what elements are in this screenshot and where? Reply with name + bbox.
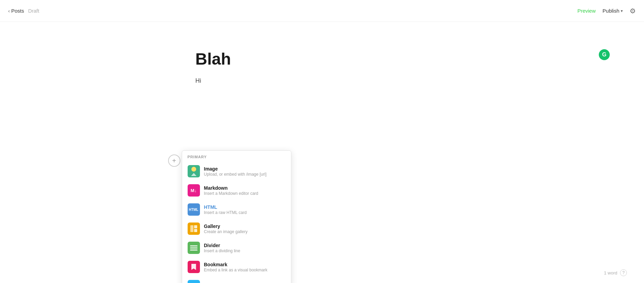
word-count-label: 1 word	[604, 270, 617, 275]
editor-content: Blah Hi + PRIMARY Imag	[195, 49, 449, 283]
header: ‹ Posts Draft Preview Publish ▾ ⚙	[0, 0, 644, 22]
markdown-icon: M↓	[188, 184, 200, 197]
email-icon	[188, 280, 200, 283]
back-link[interactable]: ‹ Posts	[8, 8, 24, 14]
menu-item-email[interactable]: Email content	[182, 277, 291, 283]
divider-desc: Insert a dividing line	[204, 248, 240, 253]
bookmark-title: Bookmark	[204, 262, 267, 267]
bookmark-desc: Embed a link as a visual bookmark	[204, 268, 267, 272]
menu-item-divider[interactable]: Divider Insert a dividing line	[182, 238, 291, 257]
block-picker-scroll[interactable]: PRIMARY Image Upload, or embed with /ima…	[182, 151, 291, 283]
editor-area: Blah Hi + PRIMARY Imag	[0, 22, 644, 283]
post-body[interactable]: Hi	[195, 77, 449, 84]
grammarly-badge[interactable]: G	[599, 49, 610, 60]
divider-icon	[188, 242, 200, 254]
mountain-shape	[191, 173, 197, 176]
divider-title: Divider	[204, 243, 240, 248]
publish-button[interactable]: Publish ▾	[603, 8, 623, 14]
back-arrow-icon: ‹	[8, 8, 10, 14]
block-picker-menu: PRIMARY Image Upload, or embed with /ima…	[182, 150, 291, 283]
word-count: 1 word ?	[604, 269, 627, 276]
image-title: Image	[204, 166, 267, 172]
menu-item-gallery[interactable]: Gallery Create an image gallery	[182, 219, 291, 238]
back-label: Posts	[11, 8, 24, 14]
header-left: ‹ Posts Draft	[8, 8, 39, 14]
gallery-title: Gallery	[204, 224, 248, 229]
menu-item-bookmark[interactable]: Bookmark Embed a link as a visual bookma…	[182, 257, 291, 277]
bookmark-icon	[188, 261, 200, 273]
menu-item-image[interactable]: Image Upload, or embed with /image [url]	[182, 162, 291, 181]
html-desc: Insert a raw HTML card	[204, 210, 247, 215]
markdown-desc: Insert a Markdown editor card	[204, 191, 258, 196]
gallery-icon	[188, 223, 200, 235]
sun-shape	[191, 167, 196, 172]
image-desc: Upload, or embed with /image [url]	[204, 172, 267, 177]
preview-button[interactable]: Preview	[577, 8, 595, 14]
plus-icon: +	[172, 157, 176, 165]
html-title: HTML	[204, 204, 247, 210]
settings-icon: ⚙	[630, 7, 636, 15]
post-title[interactable]: Blah	[195, 49, 449, 69]
gallery-desc: Create an image gallery	[204, 229, 248, 234]
markdown-title: Markdown	[204, 185, 258, 191]
settings-button[interactable]: ⚙	[630, 7, 636, 15]
header-right: Preview Publish ▾ ⚙	[577, 7, 636, 15]
image-icon	[188, 165, 200, 177]
publish-chevron-icon: ▾	[621, 9, 623, 13]
section-primary-label: PRIMARY	[182, 151, 291, 162]
menu-item-markdown[interactable]: M↓ Markdown Insert a Markdown editor car…	[182, 181, 291, 200]
add-block-button[interactable]: +	[168, 154, 180, 167]
html-icon: HTML	[188, 203, 200, 216]
publish-label: Publish	[603, 8, 619, 14]
help-button[interactable]: ?	[620, 269, 627, 276]
draft-status: Draft	[28, 8, 39, 14]
menu-item-html[interactable]: HTML HTML Insert a raw HTML card	[182, 200, 291, 219]
